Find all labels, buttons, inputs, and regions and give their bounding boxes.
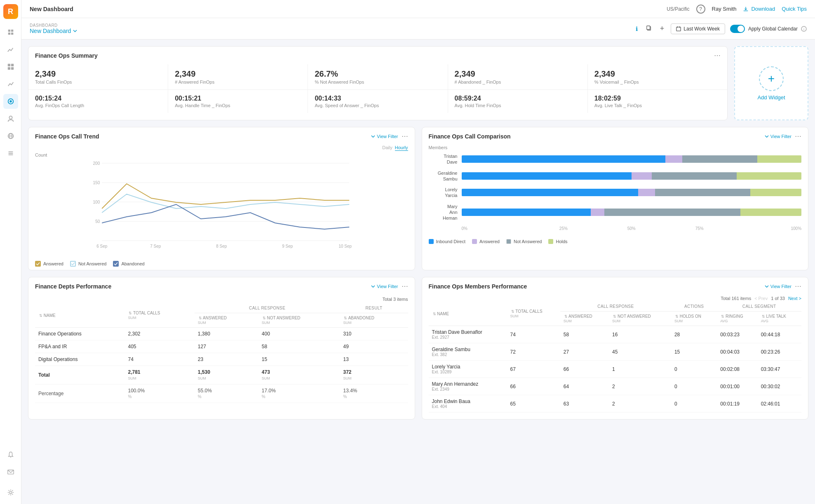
sidebar-item-active[interactable] [3,94,18,109]
legend-abandoned-label: Abandoned [121,261,144,266]
svg-rect-22 [647,26,650,30]
help-icon[interactable]: ? [696,5,705,14]
member-name-0: Tristan Dave Buenaflor Ext. 2927 [429,326,507,343]
add-widget-card[interactable]: + Add Widget [734,46,808,120]
sidebar-item-chart[interactable] [3,42,18,57]
pagination-current: 1 of 33 [771,296,785,301]
members-performance-card: Finance Ops Members Performance View Fil… [422,277,809,420]
bar-track-lorely [462,189,802,196]
mth-call-response-group: CALL RESPONSE [560,302,671,312]
members-table: ⇅ Name ⇅ Total Calls SUM CALL RESPONSE [429,302,802,413]
sidebar-item-list[interactable] [3,146,18,161]
quick-tips-button[interactable]: Quick Tips [782,6,807,12]
calendar-toggle[interactable] [730,25,745,33]
add-button[interactable]: + [658,23,666,35]
timezone-label: US/Pacific [667,6,689,12]
legend-not-answered-comp: Not Answered [506,239,542,244]
mth-live-talk[interactable]: ⇅ Live Talk AVG [758,312,801,326]
svg-text:6 Sep: 6 Sep [96,244,108,248]
bar-x-axis: 0% 25% 50% 75% 100% [462,226,802,231]
sidebar-item-mail[interactable] [3,464,18,479]
mth-name[interactable]: ⇅ Name [429,302,507,326]
sidebar-item-user[interactable] [3,111,18,126]
call-trend-filter-button[interactable]: View Filter [371,134,398,139]
svg-rect-0 [8,30,10,32]
th-answered[interactable]: ⇅ AnsweredSUM [195,313,258,328]
dept-abandoned-0: 310 [340,328,408,340]
bar-chart: TristanDave GeraldineSambu [422,153,808,236]
next-page-button[interactable]: Next > [788,296,801,301]
bar-label-geraldine: GeraldineSambu [429,170,462,182]
sidebar-item-globe[interactable] [3,129,18,143]
members-filter-button[interactable]: View Filter [765,284,792,289]
member-row-1: Geraldine Sambu Ext. 382 72 27 45 15 00:… [429,343,802,361]
sidebar-item-home[interactable] [3,25,18,40]
dept-not-answered-1: 58 [258,340,340,353]
dept-pct-name: Percentage [35,384,124,403]
member-ringing-4: 00:01:19 [717,395,757,413]
svg-text:i: i [803,27,804,31]
dept-abandoned-2: 13 [340,353,408,366]
th-total-calls[interactable]: ⇅ Total CallsSUM [124,303,194,328]
legend-holds: Holds [548,239,567,244]
svg-rect-6 [7,67,10,70]
th-result-group: RESULT [340,303,408,313]
summary-row-1: 2,349 Total Calls FinOps 2,349 # Answere… [28,64,727,90]
mth-not-answered[interactable]: ⇅ Not Answered SUM [609,312,671,326]
copy-button[interactable] [644,23,653,34]
svg-rect-23 [676,27,681,30]
call-comparison-filter-button[interactable]: View Filter [765,134,792,139]
dashboard-name[interactable]: New Dashboard [30,28,78,34]
metric-call-length: 00:15:24 Avg. FinOps Call Length [28,90,168,113]
legend-answered: Answered [35,261,63,267]
call-comparison-more-button[interactable]: ⋯ [795,132,801,140]
sidebar-item-analytics[interactable] [3,77,18,91]
dept-answered-0: 1,380 [195,328,258,340]
dept-total-2: 74 [124,353,194,366]
members-more-button[interactable]: ⋯ [795,282,801,290]
call-trend-more-button[interactable]: ⋯ [402,132,408,140]
mth-holds-on[interactable]: ⇅ Holds On SUM [671,312,717,326]
dept-row-2: Digital Operations 74 23 15 13 [35,353,408,366]
member-name-2: Lorely Yarcia Ext. 10289 [429,361,507,378]
summary-more-button[interactable]: ⋯ [714,52,721,59]
member-ringing-0: 00:03:23 [717,326,757,343]
member-total-3: 66 [507,378,560,395]
sidebar-item-dashboard[interactable] [3,59,18,74]
th-abandoned[interactable]: ⇅ AbandonedSUM [340,313,408,328]
dept-not-answered-2: 15 [258,353,340,366]
top-row: Finance Ops Summary ⋯ 2,349 Total Calls … [28,46,808,120]
chart-tabs: Daily Hourly [28,145,415,152]
calendar-info-icon: i [801,26,807,32]
prev-page-button[interactable]: < Prev [754,296,768,301]
mth-total-calls[interactable]: ⇅ Total Calls SUM [507,302,560,326]
th-not-answered[interactable]: ⇅ Not AnsweredSUM [258,313,340,328]
dashboard-label: DASHBOARD [30,23,78,28]
dept-total-name: Total [35,366,124,384]
dept-header: Finance Depts Performance View Filter ⋯ [28,277,415,295]
dept-answered-2: 23 [195,353,258,366]
info-button[interactable]: ℹ [634,24,639,34]
th-name[interactable]: ⇅ Name [35,303,124,328]
tab-daily[interactable]: Daily [382,145,392,151]
app-logo[interactable]: R [3,4,18,19]
member-answered-2: 66 [560,361,609,378]
tab-hourly[interactable]: Hourly [395,145,408,151]
call-trend-title: Finance Ops Call Trend [35,133,99,140]
sidebar-item-bell[interactable] [3,447,18,462]
call-comparison-header: Finance Ops Call Comparison View Filter … [422,127,808,145]
member-ringing-3: 00:01:00 [717,378,757,395]
mth-ringing[interactable]: ⇅ Ringing AVG [717,312,757,326]
dept-filter-button[interactable]: View Filter [371,284,398,289]
dept-table-container: ⇅ Name ⇅ Total CallsSUM CALL RESPONSE RE… [28,303,415,410]
dept-more-button[interactable]: ⋯ [402,282,408,290]
svg-text:10 Sep: 10 Sep [338,244,352,248]
sidebar-item-settings[interactable] [3,485,18,500]
member-answered-4: 63 [560,395,609,413]
download-button[interactable]: Download [743,6,775,12]
svg-point-19 [9,491,12,493]
time-tabs: Daily Hourly [382,145,408,151]
dept-name-0: Finance Operations [35,328,124,340]
mth-answered[interactable]: ⇅ Answered SUM [560,312,609,326]
date-filter-button[interactable]: Last Work Week [671,23,725,34]
